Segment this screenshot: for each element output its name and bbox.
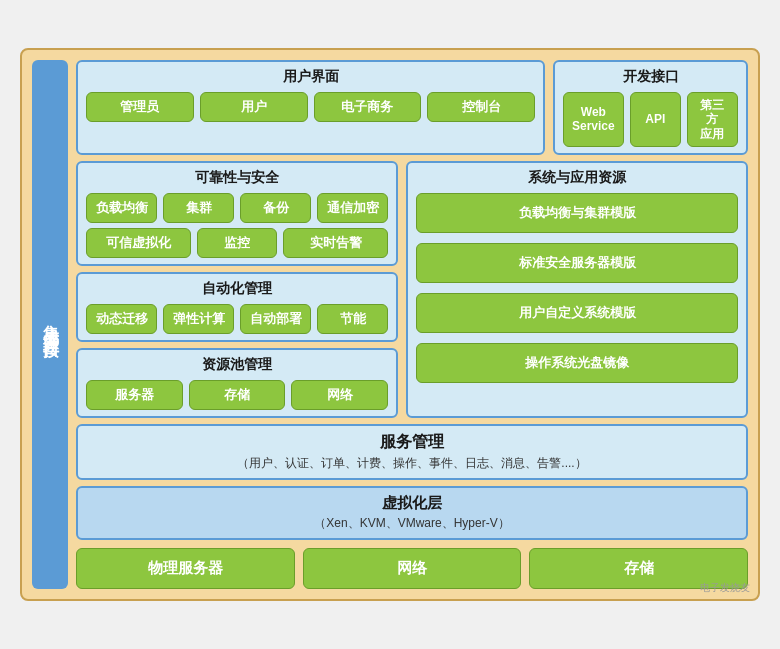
sys-resources-title: 系统与应用资源 [416, 169, 738, 187]
resource-pool-title: 资源池管理 [86, 356, 388, 374]
btn-auto-deploy[interactable]: 自动部署 [240, 304, 311, 334]
btn-elastic-compute[interactable]: 弹性计算 [163, 304, 234, 334]
resource-pool-section: 资源池管理 服务器 存储 网络 [76, 348, 398, 418]
user-interface-title: 用户界面 [86, 68, 535, 86]
btn-storage[interactable]: 存储 [189, 380, 286, 410]
btn-cluster[interactable]: 集群 [163, 193, 234, 223]
reliability-rows: 负载均衡 集群 备份 通信加密 可信虚拟化 监控 实时告警 [86, 193, 388, 258]
left-label: 集成管理接口 [32, 60, 68, 589]
service-manage-section: 服务管理 （用户、认证、订单、计费、操作、事件、日志、消息、告警....） [76, 424, 748, 480]
bottom-row: 物理服务器 网络 存储 [76, 548, 748, 589]
btn-thirdparty[interactable]: 第三方应用 [687, 92, 738, 147]
btn-backup[interactable]: 备份 [240, 193, 311, 223]
user-interface-buttons: 管理员 用户 电子商务 控制台 [86, 92, 535, 122]
btn-lb-cluster-tpl[interactable]: 负载均衡与集群模版 [416, 193, 738, 233]
user-interface-section: 用户界面 管理员 用户 电子商务 控制台 [76, 60, 545, 155]
service-manage-sub: （用户、认证、订单、计费、操作、事件、日志、消息、告警....） [88, 455, 736, 472]
btn-sec-server-tpl[interactable]: 标准安全服务器模版 [416, 243, 738, 283]
resource-pool-buttons: 服务器 存储 网络 [86, 380, 388, 410]
btn-comm-encrypt[interactable]: 通信加密 [317, 193, 388, 223]
dev-interface-section: 开发接口 WebService API 第三方应用 [553, 60, 748, 155]
btn-physical-server[interactable]: 物理服务器 [76, 548, 295, 589]
reliability-section: 可靠性与安全 负载均衡 集群 备份 通信加密 可信虚拟化 监控 [76, 161, 398, 266]
btn-admin[interactable]: 管理员 [86, 92, 194, 122]
watermark: 电子发烧友 [700, 581, 750, 595]
auto-manage-buttons: 动态迁移 弹性计算 自动部署 节能 [86, 304, 388, 334]
auto-manage-title: 自动化管理 [86, 280, 388, 298]
reliability-row1: 负载均衡 集群 备份 通信加密 [86, 193, 388, 223]
btn-web-service[interactable]: WebService [563, 92, 624, 147]
virtualization-section: 虚拟化层 （Xen、KVM、VMware、Hyper-V） [76, 486, 748, 540]
btn-server[interactable]: 服务器 [86, 380, 183, 410]
btn-custom-sys-tpl[interactable]: 用户自定义系统模版 [416, 293, 738, 333]
btn-ecommerce[interactable]: 电子商务 [314, 92, 422, 122]
btn-energy-save[interactable]: 节能 [317, 304, 388, 334]
virtualization-title: 虚拟化层 [88, 494, 736, 513]
virtualization-sub: （Xen、KVM、VMware、Hyper-V） [88, 515, 736, 532]
btn-dynamic-migrate[interactable]: 动态迁移 [86, 304, 157, 334]
btn-monitor[interactable]: 监控 [197, 228, 277, 258]
reliability-row2: 可信虚拟化 监控 实时告警 [86, 228, 388, 258]
dev-interface-buttons: WebService API 第三方应用 [563, 92, 738, 147]
sys-resources-buttons: 负载均衡与集群模版 标准安全服务器模版 用户自定义系统模版 操作系统光盘镜像 [416, 193, 738, 410]
reliability-title: 可靠性与安全 [86, 169, 388, 187]
sys-resources-section: 系统与应用资源 负载均衡与集群模版 标准安全服务器模版 用户自定义系统模版 操作… [406, 161, 748, 418]
btn-api[interactable]: API [630, 92, 681, 147]
btn-os-iso[interactable]: 操作系统光盘镜像 [416, 343, 738, 383]
btn-network[interactable]: 网络 [291, 380, 388, 410]
btn-network-bottom[interactable]: 网络 [303, 548, 522, 589]
btn-console[interactable]: 控制台 [427, 92, 535, 122]
service-manage-title: 服务管理 [88, 432, 736, 453]
btn-user[interactable]: 用户 [200, 92, 308, 122]
dev-interface-title: 开发接口 [563, 68, 738, 86]
btn-trusted-virt[interactable]: 可信虚拟化 [86, 228, 191, 258]
main-diagram: 集成管理接口 用户界面 管理员 用户 电子商务 控制台 开发接口 [20, 48, 760, 601]
btn-realtime-alert[interactable]: 实时告警 [283, 228, 388, 258]
btn-load-balance[interactable]: 负载均衡 [86, 193, 157, 223]
auto-manage-section: 自动化管理 动态迁移 弹性计算 自动部署 节能 [76, 272, 398, 342]
